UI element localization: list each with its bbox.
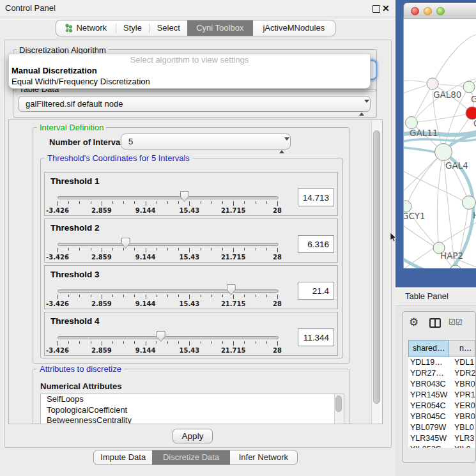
tick-mark [146, 295, 146, 299]
node-ga[interactable] [463, 81, 475, 93]
tick-mark [58, 295, 58, 299]
tick-label: 2.859 [88, 347, 116, 354]
attribute-item[interactable]: BetweennessCentrality [41, 415, 344, 424]
tab-jactivemnodules-label: jActiveMNodules [263, 20, 325, 36]
tick-label: 28 [263, 347, 291, 354]
label-gal80: GAL80 [433, 89, 461, 100]
table-row[interactable]: YPR145WYPR1 [408, 390, 476, 401]
slider-thumb[interactable] [157, 331, 165, 342]
slider-track[interactable] [58, 243, 279, 246]
table-row[interactable]: YBR043CYBR0 [408, 379, 476, 390]
tick-mark [123, 201, 124, 204]
tab-jactivemnodules[interactable]: jActiveMNodules [253, 20, 335, 36]
tick-mark [112, 295, 113, 297]
slider-track[interactable] [58, 196, 279, 199]
slider-ticks [45, 341, 337, 347]
tick-mark [266, 248, 267, 250]
slider-track[interactable] [58, 289, 279, 293]
table-cell: YPR1 [451, 390, 475, 401]
apply-button[interactable]: Apply [173, 429, 213, 443]
tick-mark [68, 248, 69, 250]
tick-mark [79, 201, 80, 204]
table-row[interactable]: YBR045CYBR0 [408, 411, 476, 422]
node-bottom[interactable] [450, 265, 461, 268]
attributes-scrollbar-thumb[interactable] [335, 395, 342, 412]
column-header-name[interactable]: n… [449, 340, 475, 357]
tick-mark [211, 248, 212, 250]
tab-select[interactable]: Select [150, 20, 187, 36]
bottom-tab-bar: Impute Data Discretize Data Infer Networ… [93, 450, 298, 465]
close-icon[interactable]: ✕ [382, 3, 390, 14]
table-row[interactable]: YBL079WYBL0 [408, 422, 476, 433]
label-hap2: HAP2 [440, 250, 463, 261]
threshold-value-field[interactable]: 11.344 [298, 328, 334, 346]
tab-impute-data[interactable]: Impute Data [94, 450, 152, 464]
tick-label: -3.426 [43, 347, 72, 354]
tick-mark [189, 295, 190, 299]
attribute-item[interactable]: TopologicalCoefficient [41, 405, 344, 416]
node-gal80[interactable] [427, 78, 438, 89]
tick-mark [167, 341, 168, 344]
tick-mark [244, 201, 245, 204]
node-gal4[interactable] [435, 144, 452, 161]
column-checkboxes-icon[interactable]: ☑☑ [449, 318, 463, 326]
slider-thumb[interactable] [180, 191, 189, 202]
minimize-traffic-light-icon[interactable] [424, 7, 432, 15]
network-view-canvas[interactable]: GAL80 GA C GAL11 GAL4 GCY1 H HAP2 [403, 19, 476, 268]
threshold-panel: Threshold 1-3.4262.8599.14415.4321.71528… [44, 172, 338, 216]
threshold-value-field[interactable]: 21.4 [298, 282, 334, 300]
algorithm-option-manual[interactable]: Manual Discretization [9, 65, 370, 76]
threshold-value-field[interactable]: 6.316 [298, 235, 334, 253]
algorithm-option-equal-width[interactable]: Equal Width/Frequency Discretization [9, 76, 370, 87]
number-of-intervals-combobox[interactable]: 5 [121, 134, 291, 150]
table-row[interactable]: YER054CYER0 [408, 401, 476, 411]
table-row[interactable]: YIL052CYIL0 [408, 444, 476, 448]
label-gcy1: GCY1 [404, 211, 426, 221]
settings-scrollbar-thumb[interactable] [373, 130, 380, 404]
tick-mark [277, 295, 278, 299]
tab-discretize-data[interactable]: Discretize Data [152, 450, 229, 464]
slider-track[interactable] [58, 336, 279, 339]
slider-ticks [45, 295, 337, 300]
node-selected-red[interactable] [466, 107, 476, 119]
tab-network[interactable]: Network [56, 20, 116, 36]
split-columns-icon[interactable] [429, 318, 441, 328]
tick-mark [134, 341, 135, 344]
network-window-titlebar[interactable] [403, 3, 476, 19]
table-cell: YBL0 [451, 422, 474, 433]
tab-cyni-toolbox[interactable]: Cyni Toolbox [187, 20, 253, 36]
threshold-value-field[interactable]: 14.713 [298, 188, 334, 206]
table-header-row: shared… n… [408, 340, 475, 357]
table-data-combobox[interactable]: galFiltered.sif default node [18, 96, 371, 112]
table-cell: YIL0 [451, 444, 471, 448]
settings-vertical-scrollbar[interactable] [371, 120, 382, 424]
table-row[interactable]: YDR27…YDR2 [408, 368, 476, 379]
close-traffic-light-icon[interactable] [411, 7, 419, 15]
tick-mark [211, 341, 212, 344]
float-window-icon[interactable] [372, 5, 380, 13]
interval-definition-group-title: Interval Definition [37, 123, 106, 132]
gear-icon[interactable]: ⚙ [409, 316, 418, 328]
column-header-shared-name[interactable]: shared… [408, 340, 449, 357]
tab-style[interactable]: Style [116, 20, 150, 36]
attribute-item[interactable]: SelfLoops [41, 394, 344, 405]
node-h[interactable] [463, 196, 476, 210]
tab-infer-network[interactable]: Infer Network [230, 450, 297, 464]
table-cell: YBL079W [408, 422, 451, 433]
threshold-label: Threshold 3 [50, 270, 100, 279]
table-row[interactable]: YDL19…YDL1 [408, 357, 476, 368]
node-gal11[interactable] [406, 117, 418, 129]
combo-stepper-icon [359, 100, 365, 108]
tick-mark [167, 248, 168, 250]
slider-thumb[interactable] [121, 238, 130, 249]
attributes-scrollbar[interactable] [334, 394, 344, 424]
tick-mark [266, 295, 267, 297]
slider-thumb[interactable] [227, 284, 236, 295]
tick-mark [58, 248, 58, 252]
table-row[interactable]: YLR345WYLR3 [408, 433, 476, 444]
maximize-traffic-light-icon[interactable] [436, 7, 445, 15]
tick-mark [256, 248, 256, 250]
tick-mark [189, 341, 190, 346]
tick-mark [79, 341, 80, 344]
tick-mark [189, 201, 190, 206]
